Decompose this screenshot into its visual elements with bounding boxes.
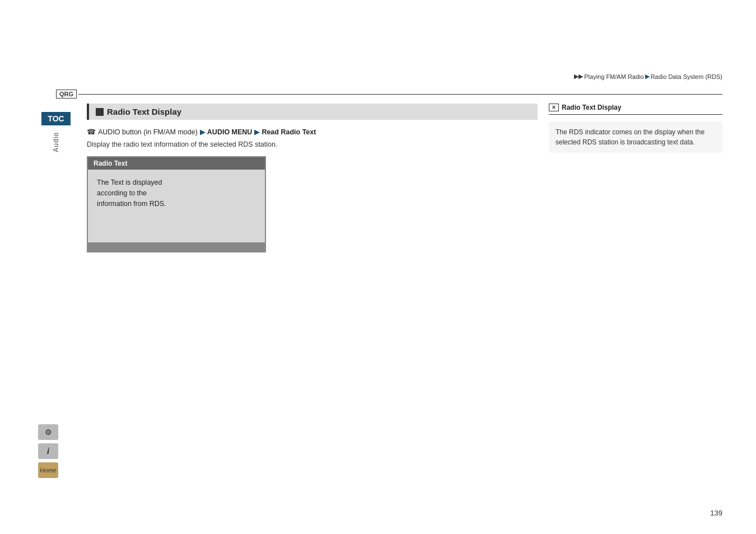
- breadcrumb: ▶▶ Playing FM/AM Radio ▶ Radio Data Syst…: [574, 73, 722, 80]
- instruction-arrow1: ▶: [200, 128, 205, 136]
- section-header-icon: [96, 108, 104, 116]
- page-number: 139: [710, 509, 722, 517]
- breadcrumb-arrows: ▶▶: [574, 73, 583, 80]
- radio-text-display: The Text is displayed according to the i…: [97, 179, 166, 208]
- instruction-arrow2: ▶: [254, 128, 259, 136]
- section-title: Radio Text Display: [107, 107, 181, 116]
- home-label: Home: [40, 467, 56, 474]
- instruction-menu: AUDIO MENU: [207, 128, 253, 136]
- section-description: Display the radio text information of th…: [87, 140, 538, 148]
- radio-text-box: Radio Text The Text is displayed accordi…: [87, 156, 266, 252]
- note-icon: [549, 104, 559, 111]
- breadcrumb-part2: Radio Data System (RDS): [651, 73, 722, 80]
- qrg-badge: QRG: [56, 90, 77, 99]
- info-icon: i: [47, 447, 49, 456]
- sidebar: TOC Audio: [34, 112, 78, 152]
- breadcrumb-arrow2: ▶: [645, 73, 650, 80]
- toc-button[interactable]: TOC: [41, 112, 71, 125]
- section-header: Radio Text Display: [87, 104, 538, 120]
- settings-icon: ⚙: [45, 428, 52, 437]
- instruction-action: Read Radio Text: [262, 128, 316, 136]
- right-panel: Radio Text Display The RDS indicator com…: [549, 104, 722, 500]
- top-rule: [78, 94, 722, 95]
- settings-icon-button[interactable]: ⚙: [38, 424, 58, 440]
- main-content: Radio Text Display ☎ AUDIO button (in FM…: [87, 104, 538, 500]
- instruction-line: ☎ AUDIO button (in FM/AM mode) ▶ AUDIO M…: [87, 128, 538, 136]
- radio-text-footer: [88, 242, 265, 251]
- breadcrumb-part1: Playing FM/AM Radio: [584, 73, 643, 80]
- sidebar-section-label: Audio: [52, 132, 60, 152]
- instruction-prefix: AUDIO button (in FM/AM mode): [98, 128, 198, 136]
- radio-text-content: The Text is displayed according to the i…: [88, 170, 265, 242]
- right-panel-note: The RDS indicator comes on the display w…: [549, 121, 722, 153]
- audio-button-icon: ☎: [87, 128, 96, 136]
- bottom-icons: ⚙ i Home: [38, 424, 58, 478]
- right-panel-header: Radio Text Display: [549, 104, 722, 115]
- info-icon-button[interactable]: i: [38, 443, 58, 459]
- radio-text-title: Radio Text: [88, 157, 265, 170]
- right-panel-title: Radio Text Display: [562, 104, 621, 111]
- home-button[interactable]: Home: [38, 462, 58, 478]
